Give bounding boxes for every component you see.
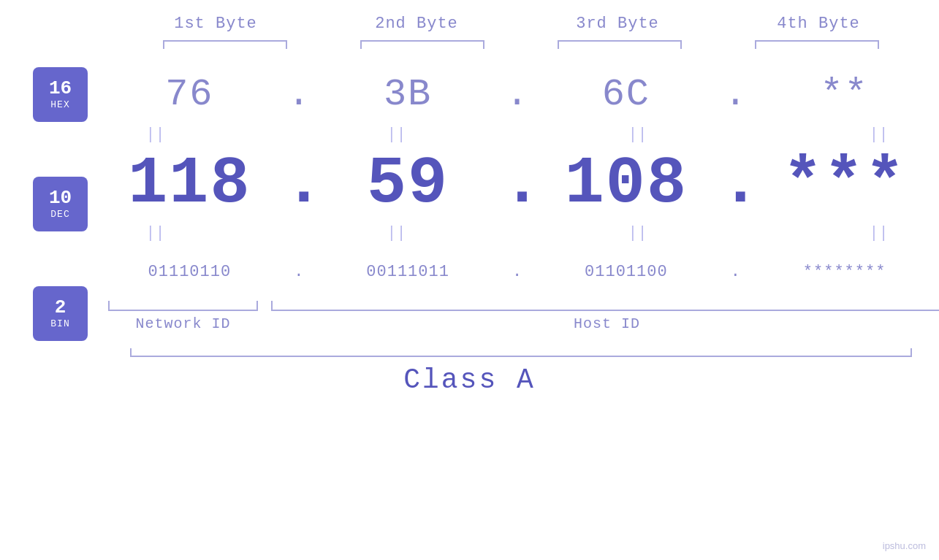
dec-row: 118 . 59 . 108 . *** bbox=[95, 147, 939, 220]
content-area: 16 HEX 10 DEC 2 BIN 76 . 3B . 6C . ** bbox=[0, 60, 939, 341]
badge-hex-label: HEX bbox=[50, 99, 69, 110]
dot-hex-3: . bbox=[721, 73, 750, 116]
class-a-label: Class A bbox=[403, 364, 536, 396]
dot-bin-1: . bbox=[284, 263, 313, 281]
top-brackets-row bbox=[126, 40, 916, 49]
eq-4: || bbox=[818, 126, 939, 144]
main-container: 1st Byte 2nd Byte 3rd Byte 4th Byte 16 H… bbox=[0, 0, 939, 560]
byte-header-1: 1st Byte bbox=[115, 15, 316, 33]
dot-dec-2: . bbox=[503, 151, 532, 217]
byte-header-3: 3rd Byte bbox=[517, 15, 718, 33]
dec-val-3: 108 bbox=[532, 151, 721, 217]
bin-val-2: 00111011 bbox=[313, 263, 503, 281]
bottom-brackets-container bbox=[102, 301, 939, 311]
network-id-label: Network ID bbox=[108, 315, 258, 332]
bracket-cell-1 bbox=[126, 40, 324, 49]
badge-dec: 10 DEC bbox=[33, 177, 88, 231]
class-label-row: Class A bbox=[0, 364, 939, 396]
hex-row: 76 . 3B . 6C . ** bbox=[95, 67, 939, 122]
left-badges: 16 HEX 10 DEC 2 BIN bbox=[0, 60, 88, 341]
eq2-2: || bbox=[336, 224, 457, 242]
bracket-top-1 bbox=[163, 40, 287, 49]
hex-val-3: 6C bbox=[532, 73, 721, 116]
id-labels-row: Network ID Host ID bbox=[102, 315, 939, 332]
bracket-cell-3 bbox=[521, 40, 718, 49]
equals-row-2: || || || || bbox=[95, 220, 939, 246]
bin-val-3: 01101100 bbox=[532, 263, 721, 281]
bin-val-1: 01110110 bbox=[95, 263, 284, 281]
dot-bin-2: . bbox=[503, 263, 532, 281]
dot-bin-3: . bbox=[721, 263, 750, 281]
dot-hex-2: . bbox=[503, 73, 532, 116]
hex-val-1: 76 bbox=[95, 73, 284, 116]
bin-val-4: ******** bbox=[750, 263, 939, 281]
eq2-4: || bbox=[818, 224, 939, 242]
class-bracket bbox=[130, 348, 912, 357]
eq2-1: || bbox=[95, 224, 216, 242]
dec-val-2: 59 bbox=[313, 151, 503, 217]
bracket-top-4 bbox=[755, 40, 879, 49]
bracket-top-3 bbox=[558, 40, 682, 49]
dec-val-1: 118 bbox=[95, 151, 284, 217]
host-bracket bbox=[271, 301, 939, 311]
byte-header-4: 4th Byte bbox=[718, 15, 919, 33]
host-id-label: Host ID bbox=[271, 315, 939, 332]
eq-1: || bbox=[95, 126, 216, 144]
bracket-top-2 bbox=[360, 40, 484, 49]
byte-header-2: 2nd Byte bbox=[316, 15, 517, 33]
badge-bin: 2 BIN bbox=[33, 286, 88, 341]
watermark: ipshu.com bbox=[883, 540, 926, 551]
values-area: 76 . 3B . 6C . ** || || || || 118 bbox=[88, 60, 939, 332]
equals-row-1: || || || || bbox=[95, 122, 939, 147]
dot-hex-1: . bbox=[284, 73, 313, 116]
dec-val-4: *** bbox=[750, 151, 939, 217]
bracket-cell-2 bbox=[324, 40, 521, 49]
badge-dec-label: DEC bbox=[50, 209, 69, 220]
eq2-3: || bbox=[577, 224, 698, 242]
badge-bin-label: BIN bbox=[50, 318, 69, 329]
bin-row: 01110110 . 00111011 . 01101100 . *******… bbox=[95, 246, 939, 297]
badge-hex: 16 HEX bbox=[33, 67, 88, 122]
eq-2: || bbox=[336, 126, 457, 144]
eq-3: || bbox=[577, 126, 698, 144]
dot-dec-1: . bbox=[284, 151, 313, 217]
badge-dec-number: 10 bbox=[49, 188, 72, 207]
dot-dec-3: . bbox=[721, 151, 750, 217]
badge-bin-number: 2 bbox=[55, 298, 66, 317]
network-bracket bbox=[108, 301, 258, 311]
hex-val-4: ** bbox=[750, 73, 939, 116]
byte-headers-row: 1st Byte 2nd Byte 3rd Byte 4th Byte bbox=[115, 15, 919, 33]
badge-hex-number: 16 bbox=[49, 79, 72, 98]
class-bracket-container bbox=[130, 348, 912, 357]
hex-val-2: 3B bbox=[313, 73, 503, 116]
bracket-cell-4 bbox=[718, 40, 916, 49]
